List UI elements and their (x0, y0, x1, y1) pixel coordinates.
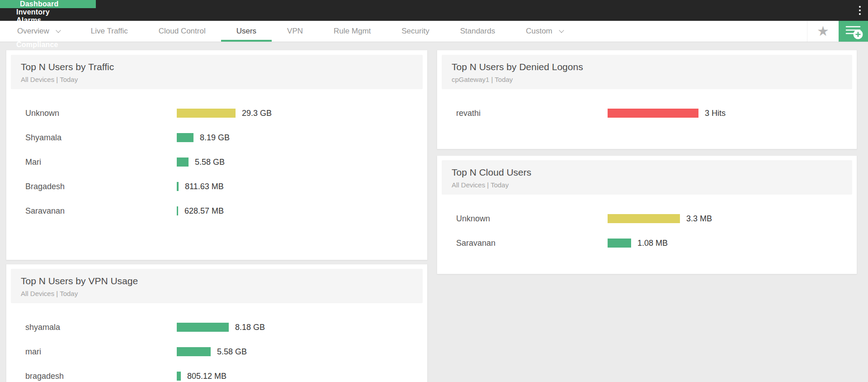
dashboard-tab[interactable]: Live Traffic (75, 21, 143, 42)
chart-row: Unknown 29.3 GB (6, 101, 427, 125)
usage-bar[interactable] (177, 109, 236, 118)
panel-header: Top N Cloud Users All Devices | Today (442, 160, 852, 195)
panel-title: Top N Users by VPN Usage (21, 276, 413, 286)
add-dashboard-button[interactable] (839, 21, 868, 42)
chart-row: Bragadesh 811.63 MB (6, 174, 427, 199)
usage-bar[interactable] (177, 206, 178, 215)
usage-bar[interactable] (608, 214, 680, 223)
star-icon: ★ (817, 24, 829, 38)
dashboard-tab[interactable]: Users (221, 21, 272, 42)
dashboard-tab[interactable]: Standards (445, 21, 511, 42)
user-label: bragadesh (25, 372, 177, 381)
usage-bar[interactable] (608, 239, 631, 248)
topnav-item-label: Compliance (16, 41, 58, 49)
usage-bar[interactable] (177, 347, 211, 356)
user-label: Saravanan (456, 239, 608, 248)
chevron-down-icon (56, 28, 61, 33)
dashboard-tab-label: Live Traffic (91, 27, 128, 36)
panel-top-users-by-traffic: Top N Users by Traffic All Devices | Tod… (6, 50, 428, 260)
topnav-item-label: Dashboard (20, 0, 58, 8)
dashboard-tab-label: VPN (287, 27, 303, 36)
panel-top-users-by-vpn-usage: Top N Users by VPN Usage All Devices | T… (6, 264, 428, 382)
panel-subtitle: All Devices | Today (21, 76, 413, 83)
usage-bar[interactable] (608, 109, 698, 118)
topnav-item[interactable]: Inventory (0, 8, 96, 16)
chart-row: revathi 3 Hits (437, 101, 857, 125)
chart-row: Shyamala 8.19 GB (6, 125, 427, 150)
chart-row: Unknown 3.3 MB (437, 206, 857, 231)
dashboard-tab-label: Custom (526, 27, 552, 36)
usage-value: 5.58 GB (195, 158, 225, 167)
usage-value: 8.19 GB (200, 133, 230, 143)
kebab-menu-icon[interactable] (852, 0, 868, 21)
usage-value: 29.3 GB (242, 109, 272, 118)
user-label: Unknown (25, 109, 177, 118)
dashboard-tab-label: Users (236, 27, 256, 36)
usage-bar[interactable] (177, 323, 229, 332)
panel-header: Top N Users by Denied Logons cpGateway1 … (442, 55, 852, 89)
dashboard-tab-label: Standards (460, 27, 495, 36)
dashboard-tab-bar: Overview Live Traffic Cloud Control User… (0, 21, 868, 42)
user-label: Unknown (456, 214, 608, 224)
panel-top-cloud-users: Top N Cloud Users All Devices | Today Un… (437, 155, 857, 274)
usage-value: 3.3 MB (686, 214, 712, 224)
chart-row: shyamala 8.18 GB (6, 315, 427, 339)
panel-subtitle: All Devices | Today (21, 290, 413, 297)
panel-header: Top N Users by VPN Usage All Devices | T… (11, 269, 423, 303)
list-plus-icon (839, 21, 868, 42)
usage-value: 811.63 MB (185, 182, 224, 191)
chart-row: bragadesh 805.12 MB (6, 364, 427, 382)
dashboard-content: Top N Users by Traffic All Devices | Tod… (0, 42, 868, 382)
panel-subtitle: cpGateway1 | Today (452, 76, 842, 83)
dashboard-tab-label: Security (401, 27, 429, 36)
user-label: Saravanan (25, 206, 177, 216)
panel-header: Top N Users by Traffic All Devices | Tod… (11, 55, 423, 89)
usage-value: 628.57 MB (184, 206, 224, 216)
panel-subtitle: All Devices | Today (452, 181, 842, 189)
usage-value: 5.58 GB (217, 347, 247, 357)
user-label: Bragadesh (25, 182, 177, 191)
panel-title: Top N Users by Denied Logons (452, 62, 842, 72)
dashboard-tab[interactable]: VPN (272, 21, 318, 42)
usage-value: 3 Hits (705, 109, 726, 118)
favorite-button[interactable]: ★ (807, 21, 839, 42)
chart-row: Saravanan 628.57 MB (6, 199, 427, 223)
dashboard-tab[interactable]: Security (386, 21, 444, 42)
user-label: Mari (25, 158, 177, 167)
usage-bar[interactable] (177, 182, 179, 191)
dashboard-tab[interactable]: Custom (510, 21, 579, 42)
topnav-item[interactable]: Dashboard (0, 0, 96, 8)
usage-bar[interactable] (177, 133, 193, 142)
dashboard-tab-label: Rule Mgmt (334, 27, 371, 36)
top-navigation: Dashboard Inventory Alarms Reports Rule … (0, 0, 868, 21)
chart-row: mari 5.58 GB (6, 339, 427, 364)
topnav-item-label: Inventory (16, 8, 50, 16)
dashboard-tab[interactable]: Rule Mgmt (318, 21, 386, 42)
chart-row: Mari 5.58 GB (6, 150, 427, 174)
panel-title: Top N Cloud Users (452, 167, 842, 178)
panel-title: Top N Users by Traffic (21, 62, 413, 72)
usage-value: 1.08 MB (637, 239, 668, 248)
topnav-item[interactable]: Compliance (0, 41, 96, 49)
dashboard-tab[interactable]: Overview (2, 21, 75, 42)
user-label: shyamala (25, 323, 177, 332)
user-label: revathi (456, 109, 608, 118)
usage-bar[interactable] (177, 158, 189, 167)
user-label: Shyamala (25, 133, 177, 143)
usage-value: 805.12 MB (187, 372, 226, 381)
user-label: mari (25, 347, 177, 357)
dashboard-tab-label: Overview (17, 27, 49, 36)
dashboard-tab[interactable]: Cloud Control (143, 21, 221, 42)
panel-top-users-by-denied-logons: Top N Users by Denied Logons cpGateway1 … (437, 50, 857, 149)
chevron-down-icon (559, 28, 564, 33)
usage-value: 8.18 GB (235, 323, 265, 332)
chart-row: Saravanan 1.08 MB (437, 231, 857, 255)
usage-bar[interactable] (177, 372, 181, 381)
dashboard-tab-label: Cloud Control (159, 27, 206, 36)
